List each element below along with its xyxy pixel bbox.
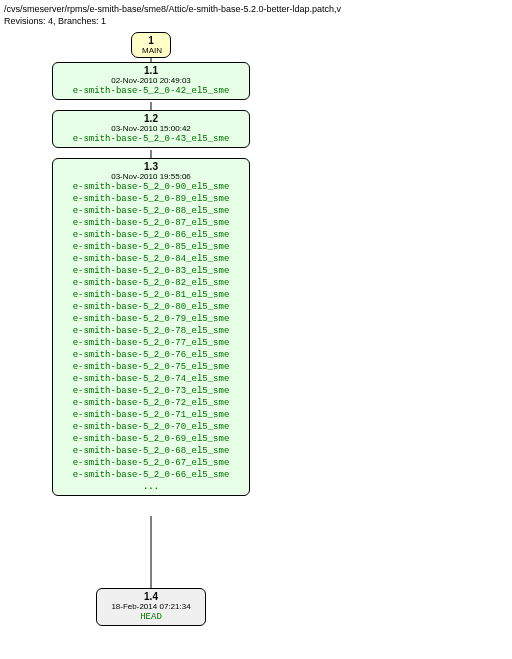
revision-date: 02-Nov-2010 20:49:03 [59, 76, 243, 85]
revision-tag: e-smith-base-5_2_0-83_el5_sme [59, 265, 243, 277]
branch-name: MAIN [142, 46, 160, 55]
branch-num: 1 [142, 35, 160, 46]
revision-tag: e-smith-base-5_2_0-86_el5_sme [59, 229, 243, 241]
revision-tag: e-smith-base-5_2_0-75_el5_sme [59, 361, 243, 373]
revision-tag: e-smith-base-5_2_0-84_el5_sme [59, 253, 243, 265]
revision-graph: 1 MAIN 1.1 02-Nov-2010 20:49:03 e-smith-… [4, 32, 508, 652]
revision-tag: e-smith-base-5_2_0-88_el5_sme [59, 205, 243, 217]
revision-meta: Revisions: 4, Branches: 1 [4, 16, 508, 26]
revision-tag: e-smith-base-5_2_0-68_el5_sme [59, 445, 243, 457]
revision-tag: e-smith-base-5_2_0-87_el5_sme [59, 217, 243, 229]
revision-version: 1.2 [59, 113, 243, 124]
revision-date: 18-Feb-2014 07:21:34 [103, 602, 199, 611]
revision-tag: e-smith-base-5_2_0-80_el5_sme [59, 301, 243, 313]
revision-node-1-3[interactable]: 1.3 03-Nov-2010 19:55:06 e-smith-base-5_… [52, 158, 250, 496]
branch-box-main[interactable]: 1 MAIN [131, 32, 171, 58]
more-indicator: ... [59, 481, 243, 493]
revision-version: 1.4 [103, 591, 199, 602]
file-path: /cvs/smeserver/rpms/e-smith-base/sme8/At… [4, 4, 508, 14]
revision-tag: e-smith-base-5_2_0-77_el5_sme [59, 337, 243, 349]
revision-tag: e-smith-base-5_2_0-74_el5_sme [59, 373, 243, 385]
revision-tag: e-smith-base-5_2_0-71_el5_sme [59, 409, 243, 421]
revision-node-1-4[interactable]: 1.4 18-Feb-2014 07:21:34 HEAD [96, 588, 206, 626]
revision-tag: e-smith-base-5_2_0-72_el5_sme [59, 397, 243, 409]
revision-node-1-1[interactable]: 1.1 02-Nov-2010 20:49:03 e-smith-base-5_… [52, 62, 250, 100]
revision-tag: e-smith-base-5_2_0-89_el5_sme [59, 193, 243, 205]
revision-tag: e-smith-base-5_2_0-43_el5_sme [59, 133, 243, 145]
revision-tag: e-smith-base-5_2_0-81_el5_sme [59, 289, 243, 301]
revision-tag: e-smith-base-5_2_0-76_el5_sme [59, 349, 243, 361]
revision-date: 03-Nov-2010 19:55:06 [59, 172, 243, 181]
revision-tag-list: e-smith-base-5_2_0-90_el5_smee-smith-bas… [59, 181, 243, 481]
revision-tag: e-smith-base-5_2_0-42_el5_sme [59, 85, 243, 97]
revision-tag: HEAD [103, 611, 199, 623]
revision-tag: e-smith-base-5_2_0-69_el5_sme [59, 433, 243, 445]
revision-tag: e-smith-base-5_2_0-82_el5_sme [59, 277, 243, 289]
revision-version: 1.1 [59, 65, 243, 76]
revision-tag: e-smith-base-5_2_0-66_el5_sme [59, 469, 243, 481]
revision-tag: e-smith-base-5_2_0-79_el5_sme [59, 313, 243, 325]
revision-tag: e-smith-base-5_2_0-70_el5_sme [59, 421, 243, 433]
revision-node-1-2[interactable]: 1.2 03-Nov-2010 15:00:42 e-smith-base-5_… [52, 110, 250, 148]
revision-version: 1.3 [59, 161, 243, 172]
revision-tag: e-smith-base-5_2_0-85_el5_sme [59, 241, 243, 253]
revision-tag: e-smith-base-5_2_0-90_el5_sme [59, 181, 243, 193]
revision-date: 03-Nov-2010 15:00:42 [59, 124, 243, 133]
revision-tag: e-smith-base-5_2_0-67_el5_sme [59, 457, 243, 469]
revision-tag: e-smith-base-5_2_0-78_el5_sme [59, 325, 243, 337]
revision-tag: e-smith-base-5_2_0-73_el5_sme [59, 385, 243, 397]
